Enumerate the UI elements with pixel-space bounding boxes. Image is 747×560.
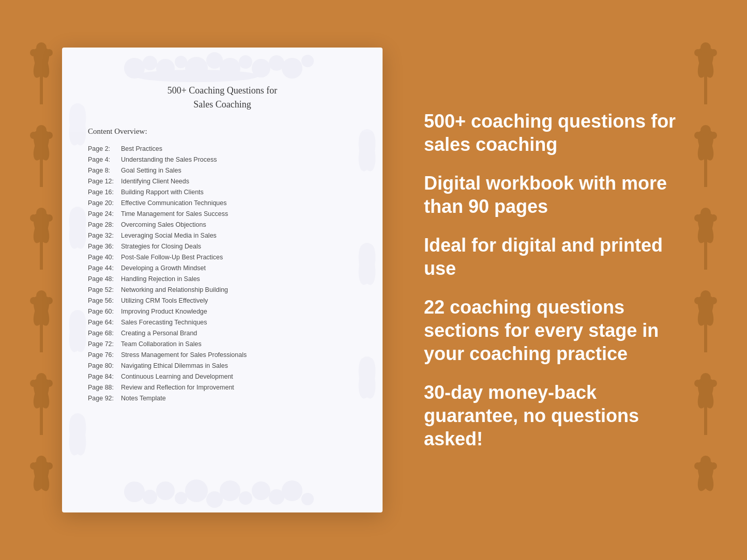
toc-topic: Overcoming Sales Objections xyxy=(121,221,206,228)
doc-watermark-bottom xyxy=(62,471,383,512)
toc-item: Page 2:Best Practices xyxy=(88,143,357,154)
toc-topic: Effective Communication Techniques xyxy=(121,199,227,207)
toc-topic: Identifying Client Needs xyxy=(121,178,189,185)
toc-item: Page 12:Identifying Client Needs xyxy=(88,176,357,186)
svg-point-107 xyxy=(175,492,187,504)
svg-point-71 xyxy=(143,56,157,70)
doc-watermark-top xyxy=(62,48,383,89)
toc-heading: Content Overview: xyxy=(88,127,357,136)
toc-item: Page 4:Understanding the Sales Process xyxy=(88,154,357,165)
svg-point-103 xyxy=(361,356,373,369)
toc-topic: Continuous Learning and Development xyxy=(121,373,233,380)
svg-point-111 xyxy=(239,491,252,505)
svg-point-108 xyxy=(185,479,208,502)
toc-topic: Team Collaboration in Sales xyxy=(121,340,202,348)
toc-item: Page 80:Navigating Ethical Dilemmas in S… xyxy=(88,360,357,371)
toc-list: Page 2:Best PracticesPage 4:Understandin… xyxy=(88,143,357,403)
feature-text-4: 22 coaching questions sections for every… xyxy=(424,295,685,365)
toc-item: Page 92:Notes Template xyxy=(88,393,357,403)
toc-item: Page 52:Networking and Relationship Buil… xyxy=(88,284,357,295)
toc-topic: Utilizing CRM Tools Effectively xyxy=(121,297,208,304)
toc-topic: Goal Setting in Sales xyxy=(121,167,181,174)
svg-point-104 xyxy=(124,481,145,502)
svg-point-105 xyxy=(143,490,157,504)
toc-item: Page 28:Overcoming Sales Objections xyxy=(88,219,357,230)
toc-topic: Improving Product Knowledge xyxy=(121,308,207,315)
toc-item: Page 68:Creating a Personal Brand xyxy=(88,328,357,338)
svg-point-81 xyxy=(301,55,314,67)
toc-item: Page 32:Leveraging Social Media in Sales xyxy=(88,230,357,241)
svg-point-94 xyxy=(71,413,84,426)
svg-point-82 xyxy=(134,70,258,82)
toc-item: Page 20:Effective Communication Techniqu… xyxy=(88,197,357,208)
toc-item: Page 44:Developing a Growth Mindset xyxy=(88,262,357,273)
toc-item: Page 84:Continuous Learning and Developm… xyxy=(88,371,357,382)
toc-topic: Notes Template xyxy=(121,395,166,402)
toc-topic: Sales Forecasting Techniques xyxy=(121,319,207,326)
toc-topic: Networking and Relationship Building xyxy=(121,286,228,293)
doc-watermark-right xyxy=(352,48,383,512)
toc-item: Page 48:Handling Rejection in Sales xyxy=(88,273,357,284)
toc-topic: Building Rapport with Clients xyxy=(121,189,204,196)
toc-item: Page 24:Time Management for Sales Succes… xyxy=(88,208,357,219)
toc-item: Page 64:Sales Forecasting Techniques xyxy=(88,317,357,328)
toc-topic: Understanding the Sales Process xyxy=(121,156,217,163)
toc-item: Page 60:Improving Product Knowledge xyxy=(88,306,357,317)
toc-topic: Handling Rejection in Sales xyxy=(121,275,200,283)
toc-topic: Time Management for Sales Success xyxy=(121,210,228,217)
svg-point-91 xyxy=(71,310,84,322)
toc-topic: Leveraging Social Media in Sales xyxy=(121,232,217,239)
toc-item: Page 76:Stress Management for Sales Prof… xyxy=(88,349,357,360)
feature-text-3: Ideal for digital and printed use xyxy=(424,234,685,280)
toc-item: Page 56:Utilizing CRM Tools Effectively xyxy=(88,295,357,306)
feature-text-1: 500+ coaching questions for sales coachi… xyxy=(424,110,685,156)
svg-point-112 xyxy=(252,481,270,500)
toc-item: Page 36:Strategies for Closing Deals xyxy=(88,241,357,252)
toc-topic: Strategies for Closing Deals xyxy=(121,243,201,250)
svg-point-85 xyxy=(71,103,84,116)
feature-text-5: 30-day money-back guarantee, no question… xyxy=(424,381,685,450)
toc-topic: Stress Management for Sales Professional… xyxy=(121,351,247,359)
toc-item: Page 72:Team Collaboration in Sales xyxy=(88,338,357,349)
svg-point-97 xyxy=(361,129,373,142)
toc-topic: Navigating Ethical Dilemmas in Sales xyxy=(121,362,228,369)
svg-point-110 xyxy=(220,480,240,501)
svg-point-114 xyxy=(282,480,302,501)
document-card: 500+ Coaching Questions for Sales Coachi… xyxy=(62,48,383,512)
toc-item: Page 88:Review and Reflection for Improv… xyxy=(88,382,357,393)
toc-topic: Post-Sale Follow-Up Best Practices xyxy=(121,254,223,261)
toc-topic: Creating a Personal Brand xyxy=(121,330,197,337)
svg-point-115 xyxy=(301,493,314,505)
svg-point-100 xyxy=(361,243,373,255)
svg-point-77 xyxy=(239,55,252,69)
toc-topic: Review and Reflection for Improvement xyxy=(121,384,234,391)
toc-topic: Best Practices xyxy=(121,145,162,152)
right-panel: 500+ coaching questions for sales coachi… xyxy=(414,110,685,450)
toc-item: Page 16:Building Rapport with Clients xyxy=(88,186,357,197)
feature-text-2: Digital workbook with more than 90 pages xyxy=(424,172,685,218)
toc-item: Page 8:Goal Setting in Sales xyxy=(88,165,357,176)
svg-point-88 xyxy=(71,207,84,219)
toc-item: Page 40:Post-Sale Follow-Up Best Practic… xyxy=(88,252,357,262)
doc-watermark-left xyxy=(62,48,93,512)
toc-topic: Developing a Growth Mindset xyxy=(121,265,206,272)
svg-point-80 xyxy=(282,58,302,79)
main-layout: 500+ Coaching Questions for Sales Coachi… xyxy=(0,0,747,560)
svg-point-106 xyxy=(156,481,175,500)
